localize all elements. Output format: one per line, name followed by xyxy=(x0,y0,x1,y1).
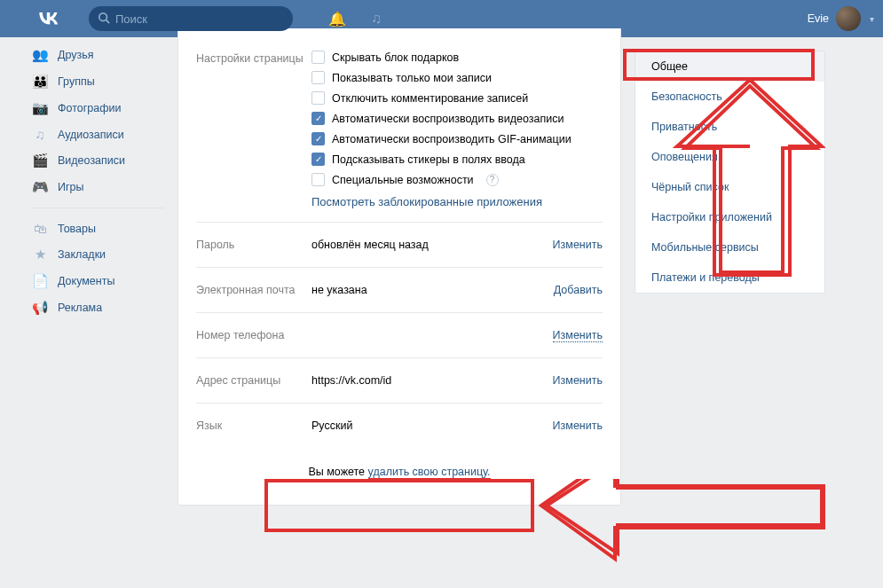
setting-action[interactable]: Добавить xyxy=(554,284,603,296)
checkbox-label: Отключить комментирование записей xyxy=(332,92,528,105)
setting-checkbox-row[interactable]: Отключить комментирование записей xyxy=(311,91,603,105)
blocked-apps-link[interactable]: Посмотреть заблокированные приложения xyxy=(311,195,542,208)
setting-value: https://vk.com/id xyxy=(311,374,553,387)
setting-checkbox-row[interactable]: ✓Автоматически воспроизводить GIF-анимац… xyxy=(311,132,603,145)
nav-label: Группы xyxy=(58,75,95,88)
avatar xyxy=(836,6,861,31)
setting-checkbox-row[interactable]: ✓Автоматически воспроизводить видеозапис… xyxy=(311,112,603,125)
checkbox[interactable] xyxy=(311,51,325,64)
leftnav-item[interactable]: 🛍Товары xyxy=(31,216,164,241)
setting-label: Номер телефона xyxy=(196,329,311,341)
setting-label: Пароль xyxy=(196,239,311,251)
setting-checkbox-row[interactable]: ✓Подсказывать стикеры в полях ввода xyxy=(311,153,603,166)
setting-action[interactable]: Изменить xyxy=(553,374,603,387)
search-wrap xyxy=(89,6,293,31)
leftnav-item[interactable]: 📢Реклама xyxy=(31,294,164,321)
search-input[interactable] xyxy=(89,6,293,31)
footer-prefix: Вы можете xyxy=(308,466,367,478)
nav-label: Реклама xyxy=(58,302,102,314)
username: Evie xyxy=(808,12,829,25)
nav-icon: 👥 xyxy=(31,47,49,63)
page-settings-label: Настройки страницы xyxy=(196,51,311,208)
setting-value: Русский xyxy=(311,419,553,432)
settings-tab[interactable]: Оповещения xyxy=(635,142,824,172)
settings-tab[interactable]: Общее xyxy=(635,51,824,82)
delete-account-row: Вы можете удалить свою страницу. xyxy=(178,448,620,505)
setting-action[interactable]: Изменить xyxy=(553,419,603,432)
settings-tab[interactable]: Приватность xyxy=(635,112,824,142)
header-icons: 🔔 ♫ xyxy=(328,11,382,27)
nav-label: Фотографии xyxy=(58,102,121,114)
music-icon[interactable]: ♫ xyxy=(371,11,382,27)
nav-icon: 🎬 xyxy=(31,153,49,169)
leftnav-item[interactable]: 📄Документы xyxy=(31,268,164,294)
delete-account-link[interactable]: удалить свою страницу. xyxy=(368,466,491,480)
setting-checkbox-row[interactable]: Скрывать блок подарков xyxy=(311,51,603,64)
svg-line-1 xyxy=(106,20,110,24)
nav-icon: 📢 xyxy=(31,300,49,316)
setting-action[interactable]: Изменить xyxy=(553,239,603,251)
setting-checkbox-row[interactable]: Специальные возможности? xyxy=(311,173,603,186)
setting-row: Парольобновлён месяц назадИзменить xyxy=(178,223,620,267)
checkbox[interactable]: ✓ xyxy=(311,132,325,145)
setting-label: Адрес страницы xyxy=(196,374,311,387)
leftnav-item[interactable]: 👪Группы xyxy=(31,68,164,95)
nav-icon: 🎮 xyxy=(31,179,49,195)
svg-point-0 xyxy=(99,13,107,21)
chevron-down-icon: ▾ xyxy=(870,14,874,24)
search-icon xyxy=(98,12,110,27)
checkbox-label: Скрывать блок подарков xyxy=(332,51,459,64)
nav-label: Видеозаписи xyxy=(58,154,125,167)
settings-tab[interactable]: Безопасность xyxy=(635,82,824,112)
leftnav-item[interactable]: 📷Фотографии xyxy=(31,95,164,122)
checkbox-label: Показывать только мои записи xyxy=(332,72,492,84)
checkbox[interactable]: ✓ xyxy=(311,153,325,166)
nav-label: Документы xyxy=(58,275,114,287)
user-menu[interactable]: Evie ▾ xyxy=(808,6,874,31)
nav-label: Игры xyxy=(58,181,83,193)
nav-icon: 👪 xyxy=(31,74,49,90)
leftnav-item[interactable]: ♫Аудиозаписи xyxy=(31,122,164,147)
settings-tab[interactable]: Мобильные сервисы xyxy=(635,232,824,263)
settings-tab[interactable]: Платежи и переводы xyxy=(635,263,824,293)
help-icon[interactable]: ? xyxy=(486,174,499,186)
setting-checkbox-row[interactable]: Показывать только мои записи xyxy=(311,71,603,84)
settings-tab[interactable]: Чёрный список xyxy=(635,172,824,202)
setting-row: Номер телефонаИзменить xyxy=(178,313,620,357)
nav-label: Товары xyxy=(58,223,96,235)
setting-label: Язык xyxy=(196,419,311,432)
nav-divider xyxy=(31,208,164,208)
nav-icon: ★ xyxy=(31,247,49,263)
leftnav-item[interactable]: 👥Друзья xyxy=(31,42,164,68)
setting-action[interactable]: Изменить xyxy=(553,329,603,341)
setting-label: Электронная почта xyxy=(196,284,311,296)
nav-icon: 🛍 xyxy=(31,221,49,236)
nav-label: Друзья xyxy=(58,49,94,61)
settings-tabs: ОбщееБезопасностьПриватностьОповещенияЧё… xyxy=(635,51,825,294)
checkbox[interactable] xyxy=(311,71,325,84)
leftnav-item[interactable]: ★Закладки xyxy=(31,241,164,268)
checkbox-label: Автоматически воспроизводить видеозаписи xyxy=(332,113,564,125)
leftnav-item[interactable]: 🎬Видеозаписи xyxy=(31,147,164,174)
settings-tab[interactable]: Настройки приложений xyxy=(635,202,824,232)
vk-logo[interactable] xyxy=(35,7,62,30)
nav-icon: 📷 xyxy=(31,100,49,116)
nav-icon: 📄 xyxy=(31,273,49,289)
checkbox[interactable] xyxy=(311,91,325,105)
leftnav-item[interactable]: 🎮Игры xyxy=(31,174,164,200)
setting-row: Адрес страницыhttps://vk.com/idИзменить xyxy=(178,358,620,403)
setting-value: не указана xyxy=(311,284,554,296)
notifications-icon[interactable]: 🔔 xyxy=(328,11,346,27)
checkbox[interactable] xyxy=(311,173,325,186)
nav-label: Аудиозаписи xyxy=(58,129,124,141)
left-navigation: 👥Друзья👪Группы📷Фотографии♫Аудиозаписи🎬Ви… xyxy=(31,37,164,506)
settings-panel: Настройки страницы Скрывать блок подарко… xyxy=(177,28,621,506)
checkbox-label: Специальные возможности xyxy=(332,174,474,186)
nav-label: Закладки xyxy=(58,248,106,261)
checkbox[interactable]: ✓ xyxy=(311,112,325,125)
setting-row: ЯзыкРусскийИзменить xyxy=(178,404,620,448)
checkbox-label: Автоматически воспроизводить GIF-анимаци… xyxy=(332,133,572,145)
setting-value: обновлён месяц назад xyxy=(311,239,553,251)
nav-icon: ♫ xyxy=(31,127,49,142)
checkbox-label: Подсказывать стикеры в полях ввода xyxy=(332,153,525,166)
